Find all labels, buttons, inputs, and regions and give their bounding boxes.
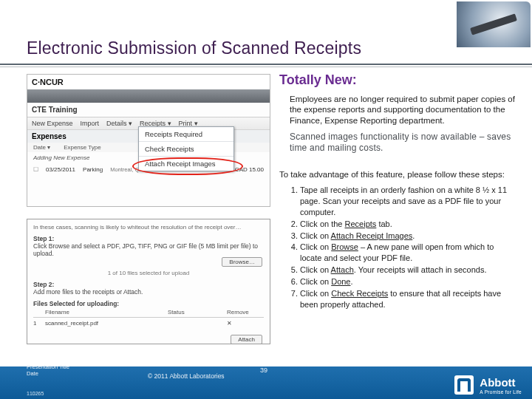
step2-label: Step 2: [33,281,54,288]
attach-button[interactable]: Attach [231,335,262,344]
col-type: Expense Type [64,144,101,151]
receipts-menu: Receipts Required Check Receipts Attach … [138,126,234,171]
abbott-mark-icon [454,375,474,395]
menu-check-receipts[interactable]: Check Receipts [139,141,233,156]
btn-details[interactable]: Details ▾ [106,120,132,127]
menu-attach-receipt-images[interactable]: Attach Receipt Images [139,156,233,171]
cell-date: 03/25/2011 [46,166,75,173]
step-3: Click on Attach Receipt Images. [300,231,517,242]
concur-logo: C·NCUR [27,75,270,89]
abbott-logo: Abbott A Promise for Life [454,375,522,395]
step-7: Click on Check Receipts to ensure that a… [300,288,517,310]
btn-new-expense[interactable]: New Expense [32,120,73,127]
row-remove[interactable]: ✕ [227,320,264,327]
presentation-date: Date [27,370,38,377]
copyright: © 2011 Abbott Laboratories [148,372,225,380]
step-1: Tape all receipts in an orderly fashion … [300,185,517,218]
footer: Presentation Title Date © 2011 Abbott La… [0,366,532,399]
step1-label: Step 1: [33,235,54,242]
step-6: Click on Done. [300,276,517,287]
browse-button[interactable]: Browse… [222,257,262,267]
row-filename: scanned_receipt.pdf [45,320,168,327]
col-filename: Filename [45,309,168,316]
title-wrap: Electronic Submission of Scanned Receipt… [0,38,532,58]
step-4: Click on Browse – A new pane will open f… [300,242,517,264]
concur-nav [27,89,270,103]
row-idx: 1 [33,320,45,327]
upload-intro: In these cases, scanning is likely to wh… [33,224,264,231]
intro-paragraph: Employees are no longer required to subm… [279,94,517,126]
rule-light [0,66,532,67]
step-2: Click on the Receipts tab. [300,219,517,230]
col-date: Date ▾ [33,144,50,151]
step1-text: Click Browse and select a PDF, JPG, TIFF… [33,242,264,257]
slide-title: Electronic Submission of Scanned Receipt… [27,38,505,58]
slide-number: 39 [260,366,267,374]
abbott-wordmark: Abbott [480,376,515,389]
abbott-tagline: A Promise for Life [480,389,522,395]
menu-receipts-required[interactable]: Receipts Required [139,127,233,141]
col-remove: Remove [227,309,264,316]
steps-list: Tape all receipts in an orderly fashion … [300,185,517,310]
footer-left: Presentation Title Date [27,364,69,377]
rule [0,64,532,65]
cell-req: CAD 15.00 [235,166,264,173]
doc-id: 110265 [27,391,44,396]
step-5: Click on Attach. Your receipts will atta… [300,265,517,276]
content-column: Totally New: Employees are no longer req… [279,72,517,310]
uploading-heading: Files Selected for uploading: [33,300,264,307]
col-status: Status [168,309,227,316]
step2-text: Add more files to the receipts or Attach… [33,288,264,296]
files-selected-text: 1 of 10 files selected for upload [33,270,264,276]
row-status [168,320,227,327]
report-name: CTE Training [27,103,270,117]
upload-screenshot: In these cases, scanning is likely to wh… [27,219,270,344]
upload-columns: Filename Status Remove [33,307,264,318]
scanned-paragraph: Scanned images functionality is now avai… [279,132,517,154]
upload-row: 1 scanned_receipt.pdf ✕ [33,318,264,329]
totally-new-heading: Totally New: [279,72,517,88]
presentation-title: Presentation Title [27,364,69,370]
cell-type: Parking [83,166,103,173]
btn-import[interactable]: Import [81,120,100,127]
concur-screenshot: C·NCUR CTE Training New Expense Import D… [27,74,270,207]
follow-steps-intro: To take advantage of this feature, pleas… [279,170,517,179]
